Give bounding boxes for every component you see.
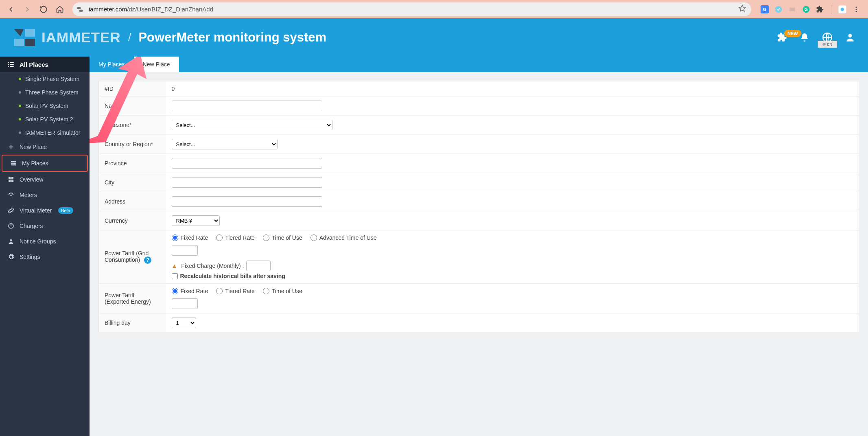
grammarly-ext-icon[interactable]: G [802, 5, 811, 14]
label-name: Name* [99, 96, 166, 116]
input-name[interactable] [172, 101, 322, 111]
link-icon [7, 207, 15, 214]
stack-icon [10, 160, 17, 167]
beta-badge: Beta [58, 207, 73, 214]
language-globe-icon[interactable]: 拼 EN [822, 32, 833, 43]
input-address[interactable] [172, 196, 322, 207]
home-button[interactable] [53, 2, 67, 16]
tab-new-place[interactable]: New Place [134, 57, 179, 72]
logo-mark-icon [12, 27, 37, 48]
sidebar: All Places Single Phase System Three Pha… [0, 57, 90, 436]
select-timezone[interactable]: Select... [172, 120, 332, 130]
extension-icons: G G [757, 5, 864, 14]
input-city[interactable] [172, 177, 322, 188]
status-dot-icon [19, 78, 21, 80]
logo-text: IAMMETER [42, 29, 121, 46]
value-id: 0 [166, 81, 859, 96]
svg-rect-15 [25, 39, 35, 46]
radio-grid-tiered[interactable]: Tiered Rate [216, 234, 255, 241]
tab-my-places[interactable]: My Places [90, 57, 134, 72]
sidebar-place-single-phase[interactable]: Single Phase System [0, 72, 90, 85]
status-dot-icon [19, 105, 21, 107]
svg-text:G: G [805, 7, 808, 12]
back-button[interactable] [4, 2, 18, 16]
sidebar-virtual-meter[interactable]: Virtual Meter Beta [0, 203, 90, 218]
sidebar-place-solar-pv-2[interactable]: Solar PV System 2 [0, 112, 90, 126]
radio-grid-fixed[interactable]: Fixed Rate [172, 234, 208, 241]
notification-bell-icon[interactable] [799, 32, 810, 43]
list-icon [7, 61, 15, 68]
radio-export-fixed[interactable]: Fixed Rate [172, 288, 208, 294]
svg-point-4 [775, 6, 782, 13]
logo[interactable]: IAMMETER [12, 27, 121, 48]
app-header: IAMMETER / PowerMeter monitoring system … [0, 18, 868, 57]
sidebar-overview[interactable]: Overview [0, 172, 90, 187]
plus-icon [7, 143, 15, 151]
sidebar-notice-groups[interactable]: Notice Groups [0, 234, 90, 249]
sidebar-place-solar-pv[interactable]: Solar PV System [0, 99, 90, 112]
svg-text:G: G [763, 7, 766, 12]
svg-rect-29 [9, 180, 11, 182]
svg-rect-19 [10, 62, 14, 63]
sidebar-meters[interactable]: Meters [0, 187, 90, 203]
input-fixed-charge[interactable] [246, 261, 271, 271]
svg-rect-26 [11, 164, 16, 166]
gauge-icon [7, 191, 15, 199]
address-bar[interactable]: iammeter.com/dz/User/BIZ_DZ_DianZhanAdd [72, 2, 751, 16]
svg-point-12 [856, 11, 857, 12]
language-badge: 拼 EN [818, 41, 837, 48]
input-province[interactable] [172, 158, 322, 169]
input-grid-rate[interactable] [172, 245, 198, 256]
sidebar-settings[interactable]: Settings [0, 249, 90, 265]
select-billing-day[interactable]: 1 [172, 318, 196, 328]
menu-dots-icon[interactable] [852, 5, 861, 14]
user-profile-icon[interactable] [844, 32, 856, 43]
divider [831, 5, 831, 14]
main-content: My Places New Place #ID 0 Name* Timezone… [90, 57, 868, 436]
status-dot-icon [19, 131, 21, 134]
select-country[interactable]: Select... [172, 139, 278, 149]
svg-point-32 [10, 239, 12, 241]
label-city: City [99, 173, 166, 192]
site-info-icon[interactable] [77, 6, 85, 13]
radio-export-tiered[interactable]: Tiered Rate [216, 288, 255, 294]
ext-icon-2[interactable] [774, 5, 783, 14]
sidebar-my-places[interactable]: My Places [2, 156, 87, 171]
label-currency: Currency [99, 211, 166, 230]
sidebar-place-simulator[interactable]: IAMMETER-simulator [0, 126, 90, 139]
extensions-puzzle-icon[interactable] [816, 5, 824, 14]
ext-icon-3[interactable] [788, 5, 797, 14]
sidebar-all-places[interactable]: All Places [0, 57, 90, 72]
sidebar-chargers[interactable]: Chargers [0, 218, 90, 234]
svg-rect-25 [11, 163, 16, 164]
reload-button[interactable] [37, 2, 50, 16]
svg-rect-24 [11, 161, 16, 162]
label-tariff-export: Power Tariff (Exported Energy) [99, 284, 166, 313]
svg-rect-27 [9, 177, 11, 179]
radio-grid-advtou[interactable]: Advanced Time of Use [310, 234, 377, 241]
select-currency[interactable]: RMB ¥ [172, 215, 220, 226]
label-timezone: Timezone* [99, 116, 166, 135]
svg-point-17 [848, 34, 852, 37]
label-billing-day: Billing day [99, 313, 166, 333]
label-country: Country or Region* [99, 135, 166, 154]
svg-rect-30 [11, 180, 13, 182]
status-dot-icon [19, 91, 21, 94]
browser-toolbar: iammeter.com/dz/User/BIZ_DZ_DianZhanAdd … [0, 0, 868, 18]
sidebar-place-three-phase[interactable]: Three Phase System [0, 85, 90, 99]
translate-ext-icon[interactable]: G [760, 5, 769, 14]
help-icon[interactable]: ? [144, 256, 151, 264]
status-dot-icon [19, 118, 21, 121]
plugin-icon[interactable]: NEW [776, 32, 787, 43]
svg-rect-28 [11, 177, 13, 179]
input-export-rate[interactable] [172, 298, 198, 309]
form-table: #ID 0 Name* Timezone* Select... Country … [98, 81, 859, 333]
checkbox-recalc[interactable]: Recalculate historical bills after savin… [172, 273, 853, 279]
radio-grid-tou[interactable]: Time of Use [263, 234, 302, 241]
bookmark-star-icon[interactable] [738, 4, 746, 14]
sidebar-new-place[interactable]: New Place [0, 139, 90, 155]
forward-button[interactable] [20, 2, 34, 16]
radio-export-tou[interactable]: Time of Use [263, 288, 302, 294]
profile-ext-icon[interactable] [838, 5, 847, 14]
svg-rect-14 [14, 39, 24, 46]
